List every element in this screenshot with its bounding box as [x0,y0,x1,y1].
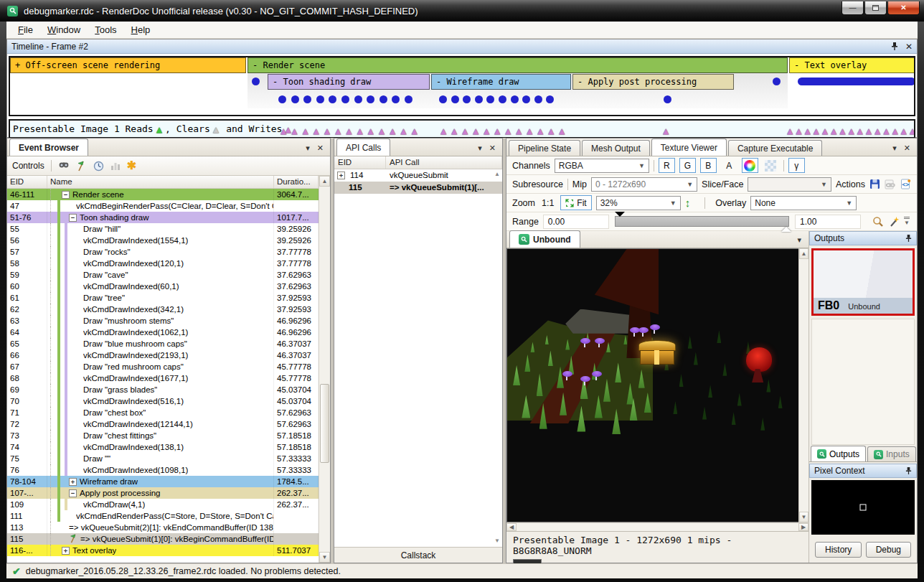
timeline-dot[interactable] [511,95,519,103]
timeline-bars-area[interactable]: + Off-screen scene rendering- Render sce… [9,56,915,116]
close-button[interactable]: ✕ [887,1,920,15]
event-row[interactable]: 46-111−Render scene3064.7... [7,189,319,200]
outputs-header[interactable]: Outputs [809,231,917,245]
api-row[interactable]: +114vkQueueSubmit [334,169,502,182]
find-event-icon[interactable] [58,161,70,171]
dock-menu-icon[interactable]: ▾ [306,144,310,153]
close-icon[interactable]: ✕ [317,144,324,153]
timeline-dot[interactable] [534,95,542,103]
timeline-dot[interactable] [773,78,781,85]
event-row[interactable]: 113=> vkQueueSubmit(2)[1]: vkEndCommandB… [7,522,319,533]
timeline-bar[interactable]: - Apply post processing [572,74,734,90]
save-texture-icon[interactable] [869,179,880,189]
fb0-thumbnail[interactable]: FB0 Unbound [811,248,915,316]
channels-combo[interactable]: RGBA▼ [555,159,649,173]
pin-icon[interactable] [891,42,898,50]
zoom-percent-combo[interactable]: 32%▼ [596,196,681,210]
event-row[interactable]: 72vkCmdDrawIndexed(12144,1)57.62963 [7,418,319,430]
jump-to-event-icon[interactable] [76,161,87,172]
tree-expander[interactable]: − [69,214,77,222]
dock-menu-icon[interactable]: ▾ [797,235,801,245]
event-row[interactable]: 57Draw "rocks"37.77778 [7,246,319,258]
timeline-body[interactable]: + Off-screen scene rendering- Render sce… [7,54,917,137]
event-row[interactable]: 47vkCmdBeginRenderPass(C=Clear, D=Clear,… [7,200,319,212]
fit-button[interactable]: Fit [560,195,591,210]
api-table-header[interactable]: EID API Call [334,156,502,169]
event-row[interactable]: 68vkCmdDrawIndexed(1677,1)45.77778 [7,372,319,384]
pin-icon[interactable] [905,467,912,474]
bookmark-icon[interactable]: ✱ [127,161,136,171]
time-draws-icon[interactable] [93,161,104,172]
timeline-dot[interactable] [439,95,447,103]
custom-display-button[interactable] [742,158,758,173]
event-row[interactable]: 73Draw "chest fittings"57.18518 [7,430,319,441]
gamma-button[interactable]: γ [788,158,805,173]
column-eid[interactable]: EID [7,176,47,188]
red-channel-button[interactable]: R [659,158,675,173]
dock-menu-icon[interactable]: ▾ [892,144,897,153]
event-browser-scrollbar[interactable]: ▲ ▼ [319,176,330,563]
view-as-code-icon[interactable]: <> [900,179,911,189]
tab-api-calls[interactable]: API Calls [336,139,390,156]
alpha-channel-button[interactable]: A [721,158,737,173]
callstack-footer[interactable]: Callstack [334,547,502,563]
history-button[interactable]: History [815,542,862,558]
tree-expander[interactable]: + [337,172,345,179]
timeline-bar[interactable]: - Text overlay [789,57,915,73]
texture-image[interactable] [506,248,798,522]
texture-hscroll[interactable]: ◀ ▶ [506,522,808,531]
timeline-bar[interactable]: - Render scene [248,57,788,73]
timeline-dot[interactable] [291,95,299,103]
event-row[interactable]: 64vkCmdDrawIndexed(1062,1)46.96296 [7,327,319,338]
timeline-dot[interactable] [278,95,286,103]
event-row[interactable]: 74vkCmdDrawIndexed(138,1)57.18518 [7,441,319,453]
event-row[interactable]: 59Draw "cave"37.62963 [7,269,319,281]
timeline-usage-strip[interactable]: Presentable Image 1 Reads ▲ , Clears ▲ a… [9,119,915,139]
minimize-button[interactable]: — [842,1,864,15]
timeline-dot[interactable] [405,95,412,103]
timeline-dot[interactable] [316,95,324,103]
timeline-dot[interactable] [664,95,671,103]
texture-vscroll[interactable]: ▲ ▼ [798,248,808,522]
pixel-context-view[interactable] [811,480,915,535]
event-row[interactable]: 61Draw "tree"37.92593 [7,292,319,304]
timeline-header[interactable]: Timeline - Frame #2 ✕ [7,39,917,54]
range-min-field[interactable]: 0.00 [543,215,609,229]
event-row[interactable]: 107-...−Apply post processing262.37... [7,487,319,499]
event-table-header[interactable]: EID Name Duratio... [7,176,319,189]
tree-expander[interactable]: + [69,478,77,486]
overlay-combo[interactable]: None▼ [750,196,857,210]
timeline-dot[interactable] [499,95,506,103]
tree-expander[interactable]: − [62,191,70,199]
timeline-dot[interactable] [475,95,483,103]
api-call-list[interactable]: ▲ ▼ +114vkQueueSubmit115=> vkQueueSubmit… [334,169,502,547]
collapse-handle-icon[interactable]: ▼ [904,217,910,226]
pin-icon[interactable] [905,235,912,242]
timeline-bar[interactable]: - Wireframe draw [431,74,571,90]
column-duration[interactable]: Duratio... [274,176,319,188]
tab-outputs[interactable]: Outputs [811,446,866,461]
timeline-dot[interactable] [354,95,362,103]
tab-capture-executable[interactable]: Capture Executable [728,140,822,156]
event-row[interactable]: 115=> vkQueueSubmit(1)[0]: vkBeginComman… [7,533,319,545]
tree-expander[interactable]: − [69,489,77,497]
event-row[interactable]: 58vkCmdDrawIndexed(120,1)37.77778 [7,258,319,269]
menu-item-window[interactable]: Window [40,22,88,37]
event-row[interactable]: 65Draw "blue mushroom caps"46.37037 [7,338,319,349]
event-row[interactable]: 56vkCmdDrawIndexed(1554,1)39.25926 [7,235,319,246]
flip-y-icon[interactable]: ↕ [685,197,691,208]
close-icon[interactable]: ✕ [489,144,496,153]
slice-face-combo[interactable]: ▼ [748,177,831,192]
tab-event-browser[interactable]: Event Browser [9,139,88,156]
timeline-dot[interactable] [380,95,387,103]
tab-mesh-output[interactable]: Mesh Output [582,140,650,156]
event-row[interactable]: 76vkCmdDrawIndexed(1098,1)57.33333 [7,464,319,476]
range-white-handle[interactable] [781,222,791,232]
tab-pipeline-state[interactable]: Pipeline State [509,140,580,156]
blue-channel-button[interactable]: B [700,158,717,173]
event-row[interactable]: 70vkCmdDrawIndexed(516,1)45.03704 [7,395,319,407]
event-row[interactable]: 111vkCmdEndRenderPass(C=Store, D=Store, … [7,510,319,522]
event-row[interactable]: 78-104+Wireframe draw1784.5... [7,476,319,487]
green-channel-button[interactable]: G [679,158,696,173]
event-row[interactable]: 71Draw "chest box"57.62963 [7,407,319,418]
